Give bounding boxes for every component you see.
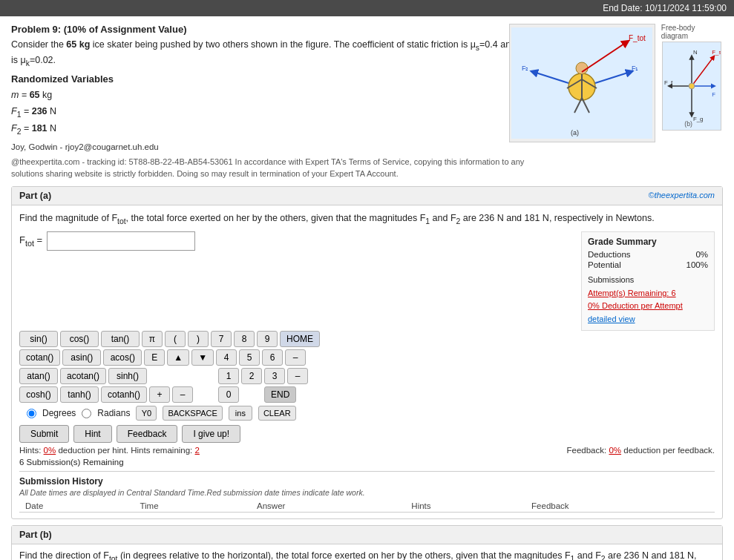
calc-8[interactable]: 8 — [234, 331, 255, 347]
feedback-button[interactable]: Feedback — [117, 425, 178, 443]
radians-radio[interactable] — [82, 409, 91, 418]
svg-line-15 — [692, 57, 713, 86]
calc-sin[interactable]: sin() — [19, 331, 58, 347]
free-body-diagram: F_s F_g N F_f F — [662, 42, 721, 131]
svg-point-25 — [689, 83, 695, 89]
svg-text:F: F — [712, 91, 716, 98]
col-date: Date — [19, 500, 134, 513]
calc-cotanh[interactable]: cotanh() — [101, 386, 147, 403]
calc-down[interactable]: ▼ — [191, 349, 214, 366]
gs-title: Grade Summary — [588, 237, 708, 247]
give-up-button[interactable]: I give up! — [182, 425, 240, 443]
grade-summary: Grade Summary Deductions 0% Potential 10… — [581, 231, 715, 331]
calc-e[interactable]: E — [144, 349, 165, 366]
calc-cosh[interactable]: cosh() — [19, 386, 58, 403]
figure-svg: F_tot F₂ F₁ (a) — [511, 27, 652, 139]
calc-atan[interactable]: atan() — [19, 368, 58, 384]
problem-text: Consider the 65 kg ice skater being push… — [11, 38, 552, 69]
submit-button[interactable]: Submit — [19, 425, 69, 443]
hints-link[interactable]: 0% — [44, 446, 56, 455]
feedback-note: Feedback: 0% deduction per feedback. — [567, 446, 715, 455]
calc-0[interactable]: 0 — [218, 386, 239, 403]
submissions-remaining: 6 Submission(s) Remaining — [19, 458, 715, 467]
instructor-line: Joy, Godwin - rjoy2@cougarnet.uh.edu — [11, 142, 552, 151]
svg-text:(a): (a) — [571, 129, 579, 136]
main-content: Problem 9: (10% of Assignment Value) Con… — [0, 16, 734, 560]
calc-minus3[interactable]: – — [172, 386, 193, 403]
col-time: Time — [134, 500, 251, 513]
calc-3[interactable]: 3 — [264, 368, 285, 384]
sh-table: Date Time Answer Hints Feedback — [19, 500, 715, 513]
calc-cotan[interactable]: cotan() — [19, 349, 60, 366]
calc-minus2[interactable]: – — [287, 368, 308, 384]
top-bar: End Date: 10/11/2024 11:59:00 — [0, 0, 734, 16]
col-answer: Answer — [251, 500, 405, 513]
calc-up[interactable]: ▲ — [167, 349, 189, 366]
part-a-question: Find the magnitude of Ftot, the total fo… — [19, 211, 715, 227]
svg-text:N: N — [693, 49, 698, 56]
svg-text:F_g: F_g — [693, 116, 703, 122]
calc-open-paren[interactable]: ( — [165, 331, 186, 347]
svg-text:F_tot: F_tot — [629, 34, 646, 42]
deduction-note: 0% Deduction per Attempt — [588, 300, 708, 313]
part-a-body: Find the magnitude of Ftot, the total fo… — [12, 205, 722, 519]
calc-plus[interactable]: + — [149, 386, 170, 403]
answer-prefix: Ftot = — [19, 234, 42, 248]
radians-label: Radians — [97, 408, 130, 418]
calc-6[interactable]: 6 — [262, 349, 283, 366]
part-a-label: Part (a) — [19, 191, 51, 201]
part-a-header: Part (a) ©theexpertita.com — [12, 187, 722, 205]
calc-1[interactable]: 1 — [218, 368, 239, 384]
calc-row-4: cosh() tanh() cotanh() + – 0 END — [19, 386, 715, 403]
deductions-val: 0% — [695, 250, 708, 259]
degrees-radio[interactable] — [27, 409, 36, 418]
hints-row: Hints: 0% deduction per hint. Hints rema… — [19, 446, 715, 455]
part-a-box: Part (a) ©theexpertita.com Find the magn… — [11, 186, 723, 520]
calc-close-paren[interactable]: ) — [188, 331, 209, 347]
figure-a: F_tot F₂ F₁ (a) — [509, 24, 655, 142]
calc-end[interactable]: END — [264, 386, 296, 403]
problem-header: Problem 9: (10% of Assignment Value) — [11, 24, 552, 35]
tracking-line: @theexpertita.com - tracking id: 5T88-8B… — [11, 156, 552, 180]
calc-home[interactable]: HOME — [280, 331, 320, 347]
degrees-radians-row: Degrees Radians Y0 BACKSPACE ins CLEAR — [27, 406, 715, 421]
calc-sinh[interactable]: sinh() — [108, 368, 147, 384]
calc-backspace[interactable]: BACKSPACE — [163, 406, 222, 421]
svg-text:(b): (b) — [685, 120, 693, 128]
svg-text:F_f: F_f — [664, 79, 673, 86]
col-feedback: Feedback — [525, 500, 715, 513]
action-row: Submit Hint Feedback I give up! — [19, 425, 715, 443]
calc-asin[interactable]: asin() — [62, 349, 101, 366]
answer-input[interactable] — [47, 231, 195, 251]
potential-val: 100% — [687, 260, 708, 269]
calc-pi[interactable]: π — [142, 331, 163, 347]
hint-button[interactable]: Hint — [73, 425, 111, 443]
calc-2[interactable]: 2 — [241, 368, 262, 384]
detailed-link[interactable]: detailed view — [588, 313, 708, 326]
date-label: End Date: 10/11/2024 11:59:00 — [603, 3, 727, 13]
calc-5[interactable]: 5 — [239, 349, 260, 366]
part-b-body: Find the direction of Ftot (in degrees r… — [12, 544, 722, 560]
degrees-label: Degrees — [42, 408, 76, 418]
calc-acos[interactable]: acos() — [103, 349, 142, 366]
calc-4[interactable]: 4 — [216, 349, 237, 366]
sh-title: Submission History — [19, 476, 715, 487]
col-hints: Hints — [405, 500, 525, 513]
calc-9[interactable]: 9 — [257, 331, 278, 347]
variables: m = 65 kg F1 = 236 N F2 = 181 N — [11, 88, 552, 138]
calc-acotan[interactable]: acotan() — [60, 368, 106, 384]
calc-minus1[interactable]: – — [285, 349, 306, 366]
expert-link: ©theexpertita.com — [649, 191, 715, 201]
calc-tanh[interactable]: tanh() — [60, 386, 99, 403]
hints-remaining-link[interactable]: 2 — [195, 446, 200, 455]
part-b-box: Part (b) Find the direction of Ftot (in … — [11, 525, 723, 560]
calc-yo[interactable]: Y0 — [136, 406, 157, 421]
calc-7[interactable]: 7 — [211, 331, 232, 347]
deductions-label: Deductions — [588, 250, 631, 259]
calc-ins[interactable]: ins — [229, 406, 252, 421]
calc-cos[interactable]: cos() — [60, 331, 99, 347]
submissions-info: Submissions Attempt(s) Remaining: 6 0% D… — [588, 274, 708, 326]
subs-title: Submissions — [588, 274, 708, 287]
calc-clear[interactable]: CLEAR — [258, 406, 296, 421]
calc-tan[interactable]: tan() — [101, 331, 140, 347]
